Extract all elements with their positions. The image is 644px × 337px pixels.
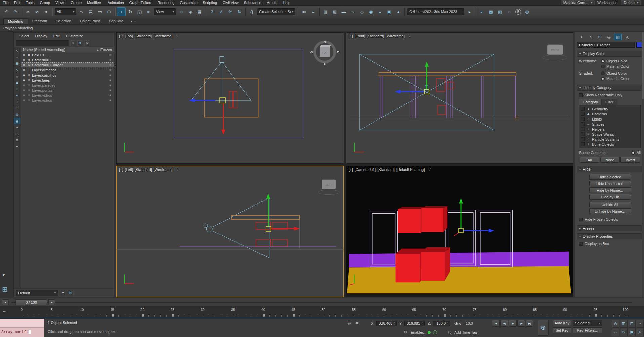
set-key-button[interactable]: Set Key: [553, 327, 571, 333]
visibility-eye-icon[interactable]: ◉: [22, 89, 26, 92]
scene-explorer-toggle-icon[interactable]: ▥: [321, 7, 330, 16]
visibility-eye-icon[interactable]: ◉: [22, 53, 26, 56]
percent-snap-icon[interactable]: %: [226, 7, 235, 16]
viewport-camera[interactable]: [+] [Camera001] [Standard] [Default Shad…: [346, 166, 573, 297]
display-as-box-label[interactable]: Display as Box: [585, 242, 609, 246]
scene-row-layer-portas[interactable]: ◉≡Layer:portas∗: [21, 88, 114, 93]
maximize-viewport-icon[interactable]: ▣: [628, 328, 636, 336]
button-hide-by-name[interactable]: Hide by Name...: [589, 187, 631, 193]
redo-icon[interactable]: ↷: [11, 7, 20, 16]
viewport-filter-icon[interactable]: ▽: [428, 167, 431, 172]
visibility-eye-icon[interactable]: ◉: [22, 68, 26, 71]
viewport-left[interactable]: [+] [Left] [Standard] [Wireframe] ▽: [116, 166, 344, 297]
workspace-selector-dropdown[interactable]: Default ▾: [621, 0, 641, 5]
zoom-icon[interactable]: ⊙: [612, 320, 619, 328]
notification-count-badge[interactable]: 5: [515, 9, 521, 15]
maxscript-mini-listener[interactable]: Array modifi: [0, 319, 44, 337]
window-crossing-icon[interactable]: ⊟: [105, 7, 113, 16]
menu-scripting[interactable]: Scripting: [200, 1, 220, 5]
display-tab-icon[interactable]: ▥: [614, 34, 622, 40]
button-unhide-all[interactable]: Unhide All: [589, 202, 631, 207]
spinner-snap-icon[interactable]: ⇅: [235, 7, 244, 16]
grid-toggle-icon[interactable]: ⊞: [68, 290, 74, 296]
visibility-eye-icon[interactable]: ◉: [22, 84, 26, 87]
reference-coordinate-dropdown[interactable]: View▾: [154, 8, 176, 15]
compass-south[interactable]: S: [324, 62, 326, 65]
zoom-region-icon[interactable]: ◔: [636, 320, 644, 328]
viewport-menu-shading[interactable]: [Default Shading]: [396, 167, 425, 172]
display-shapes-icon[interactable]: ∿: [14, 67, 20, 73]
open-project-folder-icon[interactable]: ▸: [465, 7, 474, 16]
viewport-filter-icon[interactable]: ▽: [408, 34, 411, 38]
menu-display[interactable]: Display: [32, 34, 50, 38]
go-to-end-button[interactable]: ▶|: [526, 320, 533, 327]
motion-tab-icon[interactable]: ◎: [605, 34, 613, 40]
frozen-toggle-icon[interactable]: ∗: [109, 83, 112, 87]
explorer-select-icon[interactable]: ↖: [14, 48, 20, 54]
ribbon-float-icon[interactable]: ▫: [134, 20, 135, 23]
select-and-place-icon[interactable]: ⊕: [144, 7, 153, 16]
scene-row-layer-paredes[interactable]: ◉≡Layer:paredes∗: [21, 83, 114, 88]
create-tab-icon[interactable]: +: [578, 34, 586, 40]
display-lights-icon[interactable]: ☼: [14, 73, 20, 79]
viewport-filter-icon[interactable]: ▽: [176, 34, 178, 38]
menu-tools[interactable]: Tools: [23, 1, 37, 5]
menu-file[interactable]: File: [0, 1, 11, 5]
scene-row-layer-lajes[interactable]: ◉≡Layer:lajes∗: [21, 78, 114, 83]
menu-animation[interactable]: Animation: [105, 1, 127, 5]
category-checkbox[interactable]: [581, 142, 585, 146]
layer-explorer-toggle-icon[interactable]: ▧: [330, 7, 339, 16]
object-name-field[interactable]: Camera001.Target: [577, 42, 635, 48]
render-in-cloud-icon[interactable]: ≋: [478, 7, 486, 16]
tab-category[interactable]: Category: [579, 99, 602, 105]
category-checkbox[interactable]: [581, 117, 585, 121]
button-hide-unselected[interactable]: Hide Unselected: [589, 181, 631, 186]
hide-frozen-objects-label[interactable]: Hide Frozen Objects: [585, 217, 618, 221]
menu-civil-view[interactable]: Civil View: [220, 1, 241, 5]
z-coordinate-field[interactable]: 180.0 ▴▾: [433, 321, 450, 326]
display-space-warps-icon[interactable]: ≋: [14, 92, 20, 98]
visibility-eye-icon[interactable]: ◉: [22, 79, 26, 82]
menu-views[interactable]: Views: [53, 1, 68, 5]
menu-customize[interactable]: Customize: [63, 34, 86, 38]
visibility-eye-icon[interactable]: ◉: [22, 74, 26, 77]
selection-filter-dropdown[interactable]: All▾: [55, 8, 76, 15]
scene-row-camera001-target[interactable]: ◉⊙Camera001.Target∗: [21, 62, 114, 67]
search-input[interactable]: [16, 40, 69, 46]
display-cameras-icon[interactable]: ◆: [14, 80, 20, 86]
spinner-icon[interactable]: ▴▾: [446, 321, 449, 325]
display-helpers-icon[interactable]: +: [14, 86, 20, 92]
viewport-menu-shading[interactable]: [Wireframe]: [386, 34, 405, 38]
button-invert[interactable]: Invert: [620, 157, 640, 163]
category-item-bone-objects[interactable]: ≀Bone Objects: [580, 142, 640, 147]
snaps-toggle-icon[interactable]: 3: [208, 7, 216, 16]
select-by-name-icon[interactable]: ▤: [86, 7, 95, 16]
wireframe-object-color-radio[interactable]: [601, 59, 605, 63]
explorer-collapse-arrow-icon[interactable]: ▶: [3, 273, 5, 276]
viewport-menu-style[interactable]: [Standard]: [377, 167, 395, 172]
select-and-scale-icon[interactable]: ◱: [135, 7, 144, 16]
visibility-eye-icon[interactable]: ◉: [22, 58, 26, 61]
filter-icon[interactable]: ▼: [77, 40, 83, 46]
menu-group[interactable]: Group: [37, 1, 53, 5]
spinner-icon[interactable]: ▴▾: [421, 321, 424, 325]
rollout-header-display-color[interactable]: ▾ Display Color: [577, 51, 642, 57]
viewport-menu-style[interactable]: [Standard]: [135, 167, 152, 172]
viewport-menu-view[interactable]: [Top]: [125, 34, 133, 38]
previous-frame-button[interactable]: ◀|: [500, 320, 508, 327]
object-color-swatch[interactable]: [636, 42, 642, 48]
rollout-header-freeze[interactable]: ▸ Freeze: [577, 225, 642, 231]
menu-create[interactable]: Create: [68, 1, 84, 5]
ribbon-tab-selection[interactable]: Selection: [51, 18, 75, 24]
scene-row-camera001[interactable]: ◉◆Camera001∗: [21, 57, 114, 62]
frozen-toggle-icon[interactable]: ∗: [109, 63, 112, 67]
scene-row-layer-armarios[interactable]: ◉≡Layer:armarios∗: [21, 67, 114, 73]
camera-viewport-canvas[interactable]: [346, 166, 573, 297]
material-editor-icon[interactable]: ◉: [367, 7, 375, 16]
viewport-menu-plus[interactable]: [+]: [349, 34, 353, 38]
info-icon[interactable]: i: [433, 330, 437, 334]
isolate-selection-icon[interactable]: ◎: [346, 320, 352, 326]
menu-edit[interactable]: Edit: [11, 1, 23, 5]
previous-frame-slider-button[interactable]: ◂: [2, 299, 9, 305]
display-frozen-icon[interactable]: ∗: [14, 124, 20, 130]
